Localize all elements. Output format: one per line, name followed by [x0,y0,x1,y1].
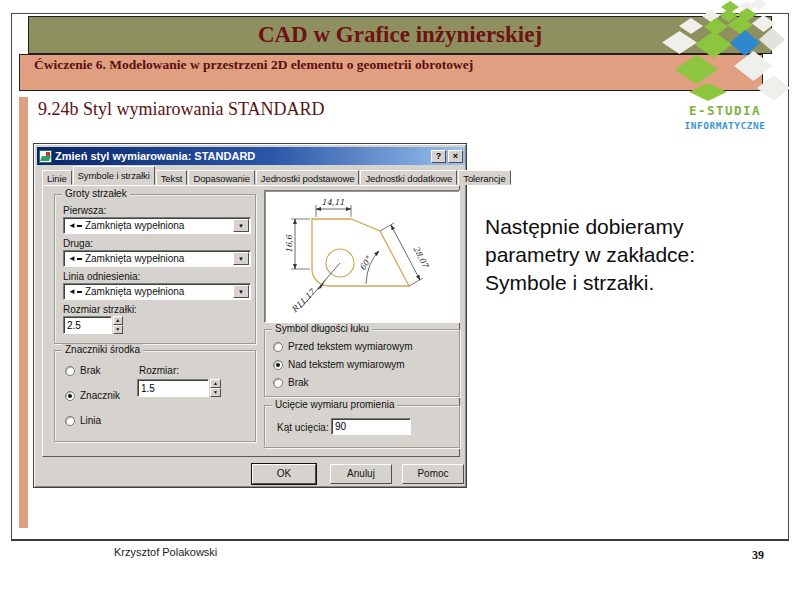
logo-text-line1: E-STUDIA [658,103,792,118]
radio-label: Przed tekstem wymiarowym [288,341,412,352]
radio-center-znacznik[interactable]: Znacznik [65,390,120,401]
app-icon [39,150,52,163]
note-text: Następnie dobieramy parametry w zakładce… [485,213,773,297]
arrow-size-label: Rozmiar strzałki: [63,304,137,315]
dim-top-value: 14,11 [322,198,345,207]
logo-tile [689,83,727,101]
tab-tekst[interactable]: Tekst [156,170,188,185]
leader-arrowhead-select[interactable]: ◄ Zamknięta wypełniona ▼ [63,283,251,300]
radio-center-brak[interactable]: Brak [65,365,101,376]
dimension-preview: 14,11 16,6 28,07 60° [264,190,460,323]
logo-tile [679,18,703,34]
arrowhead-tail-icon [77,225,82,227]
radio-label: Brak [288,377,309,388]
radio-label: Nad tekstem wymiarowym [288,359,405,370]
group-arrowheads: Groty strzałek Pierwsza: ◄ Zamknięta wyp… [54,194,256,344]
radio-arc-nad[interactable]: Nad tekstem wymiarowym [273,359,405,370]
dim-radius-value: R11,17 [290,287,317,314]
tab-panel-symbole-i-strzalki: Groty strzałek Pierwsza: ◄ Zamknięta wyp… [42,185,460,457]
e-studia-logo: E-STUDIA INFORMATYCZNE [658,0,792,150]
leader-arrowhead-label: Linia odniesienia: [63,271,140,282]
radio-icon [273,360,283,370]
section-title: 9.24b Styl wymiarowania STANDARD [38,99,325,120]
filled-arrowhead-icon: ◄ [68,255,76,263]
radio-center-linia[interactable]: Linia [65,415,101,426]
radio-icon [65,391,75,401]
pomoc-button[interactable]: Pomoc [402,464,464,484]
logo-tile [695,31,732,58]
radio-label: Znacznik [80,390,120,401]
radio-arc-brak[interactable]: Brak [273,377,309,388]
close-button[interactable]: × [448,150,463,163]
filled-arrowhead-icon: ◄ [68,222,76,230]
arrowhead-tail-icon [77,258,82,260]
tab-jednostki-podstawowe[interactable]: Jednostki podstawowe [256,170,360,185]
page-number: 39 [752,548,764,563]
tab-symbole-i-strzalki[interactable]: Symbole i strzałki [73,166,155,185]
radio-icon [65,366,75,376]
tab-tolerancje[interactable]: Tolerancje [458,170,510,185]
help-button[interactable]: ? [431,150,446,163]
logo-tile [751,0,767,10]
second-arrowhead-select[interactable]: ◄ Zamknięta wypełniona ▼ [63,250,251,267]
tab-dopasowanie[interactable]: Dopasowanie [188,170,254,185]
radio-label: Brak [80,365,101,376]
logo-tile [675,55,718,84]
group-center-marks-title: Znaczniki środka [62,344,143,355]
logo-tile [730,30,760,56]
logo-tile [734,51,773,81]
group-radius-jog: Ucięcie wymiaru promienia Kąt ucięcia: [264,405,460,448]
dim-diag-value: 28,07 [411,245,430,270]
dropdown-arrow-icon[interactable]: ▼ [233,285,249,298]
dropdown-arrow-icon[interactable]: ▼ [233,219,249,232]
left-accent-bar [19,97,28,528]
tab-strip: Linie Symbole i strzałki Tekst Dopasowan… [42,168,512,185]
group-center-marks: Znaczniki środka Brak Znacznik Linia Roz… [54,350,256,442]
jog-angle-field[interactable] [331,418,411,435]
ok-button[interactable]: OK [252,464,316,484]
arrow-size-stepper[interactable]: ▲▼ [63,316,123,334]
jog-angle-input[interactable] [332,419,410,434]
logo-tile [757,75,790,101]
spin-down-icon[interactable]: ▼ [210,388,221,397]
tab-linie[interactable]: Linie [42,170,72,185]
first-arrowhead-label: Pierwsza: [63,205,106,216]
footer-author: Krzysztof Polakowski [114,546,217,558]
logo-tile [704,18,728,35]
group-arc-length-symbol: Symbol długości łuku Przed tekstem wymia… [264,329,460,397]
radio-icon [65,416,75,426]
first-arrowhead-select[interactable]: ◄ Zamknięta wypełniona ▼ [63,217,251,234]
dimension-style-dialog: Zmień styl wymiarowania: STANDARD ? × Li… [33,143,467,488]
slide-subtitle: Ćwiczenie 6. Modelowanie w przestrzeni 2… [20,55,762,73]
logo-text-line2: INFORMATYCZNE [658,120,792,131]
first-arrowhead-value: Zamknięta wypełniona [85,220,233,231]
second-arrowhead-value: Zamknięta wypełniona [85,253,233,264]
spin-up-icon[interactable]: ▲ [113,316,123,325]
radio-icon [273,342,283,352]
radio-arc-przed[interactable]: Przed tekstem wymiarowym [273,341,412,352]
leader-arrowhead-value: Zamknięta wypełniona [85,286,233,297]
radio-label: Linia [80,415,101,426]
slide: CAD w Grafice inżynierskiej Ćwiczenie 6.… [0,0,800,600]
radio-icon [273,378,283,388]
center-mark-size-input[interactable] [137,379,209,397]
slide-subtitle-bar: Ćwiczenie 6. Modelowanie w przestrzeni 2… [19,54,763,91]
filled-arrowhead-icon: ◄ [68,288,76,296]
dialog-title: Zmień styl wymiarowania: STANDARD [55,150,429,162]
tab-jednostki-dodatkowe[interactable]: Jednostki dodatkowe [360,170,457,185]
spin-down-icon[interactable]: ▼ [113,325,123,334]
jog-angle-label: Kąt ucięcia: [277,422,329,433]
spin-up-icon[interactable]: ▲ [210,379,221,388]
center-mark-size-stepper[interactable]: ▲▼ [137,379,221,397]
dim-angle-value: 60° [358,254,374,272]
dialog-titlebar[interactable]: Zmień styl wymiarowania: STANDARD ? × [37,147,465,165]
second-arrowhead-label: Druga: [63,238,93,249]
arrow-size-input[interactable] [63,316,112,334]
group-arrowheads-title: Groty strzałek [62,188,130,199]
group-arc-symbol-title: Symbol długości łuku [272,323,372,334]
dropdown-arrow-icon[interactable]: ▼ [233,252,249,265]
logo-tile [662,31,697,54]
anuluj-button[interactable]: Anuluj [330,464,392,484]
group-radius-jog-title: Ucięcie wymiaru promienia [272,399,397,410]
preview-drawing: 14,11 16,6 28,07 60° [265,191,459,322]
